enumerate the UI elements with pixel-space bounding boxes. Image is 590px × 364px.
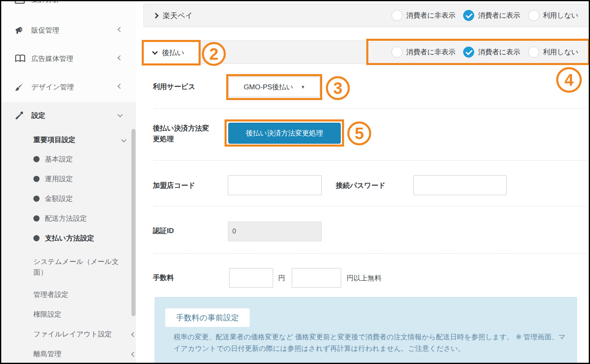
ad-media-icon <box>15 54 26 63</box>
sidebar-item-label: 集計分析 <box>31 0 59 5</box>
fee-label: 手数料 <box>153 273 174 282</box>
annotation-step-5: 5 <box>347 121 371 145</box>
sidebar-item-label: デザイン管理 <box>31 82 74 92</box>
sidebar-item-analytics[interactable]: 集計分析 <box>1 0 136 9</box>
change-process-label: 後払い決済方法変更処理 <box>153 123 215 145</box>
sidebar-item-label: 広告媒体管理 <box>31 54 73 63</box>
item-label: 配送方法設定 <box>45 214 87 223</box>
radio-hide-from-consumers[interactable]: 消費者に非表示 <box>391 10 455 21</box>
fee-preset-info-box: 手数料の事前設定 税率の変更、配送業者の価格変更など 価格変更前と変更後で消費者… <box>155 297 577 364</box>
service-label: 利用サービス <box>153 82 195 91</box>
section-rakuten-pay: 楽天ペイ 消費者に非表示 消費者に表示 利用しない <box>143 4 590 27</box>
item-label: 運用設定 <box>45 174 73 184</box>
radio-unchecked-icon[interactable] <box>391 10 403 21</box>
annotation-box-atobarai-radios <box>366 39 590 65</box>
atobarai-header[interactable]: 後払い <box>153 48 184 58</box>
item-label: システムメール（メール文面） <box>33 257 129 278</box>
sidebar-item-label: 販促管理 <box>31 26 59 35</box>
fee-amount-input[interactable] <box>229 268 273 288</box>
settings-icon <box>15 111 26 120</box>
sidebar-item-design[interactable]: デザイン管理 <box>1 78 136 96</box>
sidebar: 集計分析 販促管理 広告媒体管理 デザイン管理 <box>1 1 136 363</box>
divider <box>154 206 588 206</box>
fee-unit-free: 円以上無料 <box>347 273 382 283</box>
merchant-code-input[interactable] <box>228 175 322 195</box>
sidebar-scrollbar[interactable] <box>131 129 136 316</box>
sidebar-item-permission-settings[interactable]: 権限設定 <box>33 306 129 323</box>
chevron-left-icon <box>117 27 123 32</box>
dropdown-arrow-icon: ▼ <box>301 84 305 89</box>
sidebar-item-island-management[interactable]: 離島管理 <box>33 346 129 362</box>
sidebar-item-operation-settings[interactable]: 運用設定 <box>33 170 73 187</box>
bullet-icon <box>33 235 40 241</box>
password-label: 接続パスワード <box>336 181 386 190</box>
item-label: 離島管理 <box>33 349 61 359</box>
fee-preset-description: 税率の変更、配送業者の価格変更など 価格変更前と変更後で消費者の注文情報から配送… <box>173 331 570 355</box>
divider <box>154 160 588 161</box>
sidebar-item-promotion[interactable]: 販促管理 <box>1 21 136 39</box>
chevron-down-icon <box>152 49 158 55</box>
item-label: 基本設定 <box>45 154 73 164</box>
analytics-icon <box>15 0 26 4</box>
sidebar-item-payment-method-settings[interactable]: 支払い方法設定 <box>33 230 94 246</box>
auth-id-input <box>228 222 322 241</box>
fee-preset-chip[interactable]: 手数料の事前設定 <box>165 308 250 327</box>
service-select-value: GMO-PS後払い <box>243 82 293 92</box>
item-label: 支払い方法設定 <box>45 233 94 243</box>
design-icon <box>15 82 26 91</box>
item-label: 金額設定 <box>45 194 73 203</box>
sidebar-item-label: 設定 <box>31 111 45 120</box>
item-label: 権限設定 <box>33 309 61 320</box>
password-input[interactable] <box>413 175 507 195</box>
radio-show-to-consumers[interactable]: 消費者に表示 <box>463 10 520 21</box>
sidebar-item-file-layout-settings[interactable]: ファイルレイアウト設定 <box>33 326 129 343</box>
sidebar-item-admin-settings[interactable]: 管理者設定 <box>33 287 129 303</box>
item-label: 管理者設定 <box>33 289 68 300</box>
chevron-left-icon <box>117 84 123 89</box>
merchant-code-label: 加盟店コード <box>153 181 195 190</box>
chevron-right-icon <box>153 12 159 18</box>
bullet-icon <box>33 156 40 162</box>
chevron-left-icon <box>117 55 123 61</box>
annotation-step-2: 2 <box>202 42 226 66</box>
divider <box>154 253 588 254</box>
item-label: ファイルレイアウト設定 <box>33 329 112 340</box>
sidebar-item-ad-media[interactable]: 広告媒体管理 <box>1 49 136 68</box>
divider <box>154 108 588 109</box>
subheader-label: 重要項目設定 <box>33 135 75 145</box>
sidebar-item-shipping-method-settings[interactable]: 配送方法設定 <box>33 210 87 226</box>
annotation-box-atobarai-title: 後払い <box>142 40 201 65</box>
bullet-icon <box>33 196 40 202</box>
section-title: 楽天ペイ <box>163 11 193 21</box>
section-title: 後払い <box>162 48 184 58</box>
sidebar-item-amount-settings[interactable]: 金額設定 <box>33 190 73 207</box>
sidebar-item-settings[interactable]: 設定 <box>1 106 136 124</box>
rakuten-pay-header[interactable]: 楽天ペイ <box>154 11 193 21</box>
chevron-down-icon <box>121 137 126 142</box>
radio-checked-icon[interactable] <box>463 10 474 21</box>
auth-id-label: 認証ID <box>153 226 174 236</box>
fee-unit-yen: 円 <box>278 273 285 283</box>
radio-unchecked-icon[interactable] <box>528 10 539 21</box>
sidebar-item-system-mail[interactable]: システムメール（メール文面） <box>33 256 129 279</box>
annotation-step-4: 4 <box>556 67 582 93</box>
payment-settings-page: 集計分析 販促管理 広告媒体管理 デザイン管理 <box>0 0 590 364</box>
radio-do-not-use[interactable]: 利用しない <box>528 10 578 21</box>
annotation-step-3: 3 <box>326 76 350 100</box>
bullet-icon <box>33 215 40 222</box>
sidebar-subheader-important-settings[interactable]: 重要項目設定 <box>33 131 132 148</box>
bullet-icon <box>33 176 40 182</box>
service-select[interactable]: GMO-PS後払い ▼ <box>229 77 320 97</box>
rakuten-pay-visibility-radios: 消費者に非表示 消費者に表示 利用しない <box>391 10 578 21</box>
sidebar-item-basic-settings[interactable]: 基本設定 <box>33 151 73 167</box>
chevron-down-icon <box>117 112 123 117</box>
fee-free-threshold-input[interactable] <box>292 268 341 288</box>
chevron-left-icon <box>117 0 123 2</box>
change-process-button[interactable]: 後払い決済方法変更処理 <box>228 123 341 144</box>
promotion-icon <box>15 26 26 35</box>
